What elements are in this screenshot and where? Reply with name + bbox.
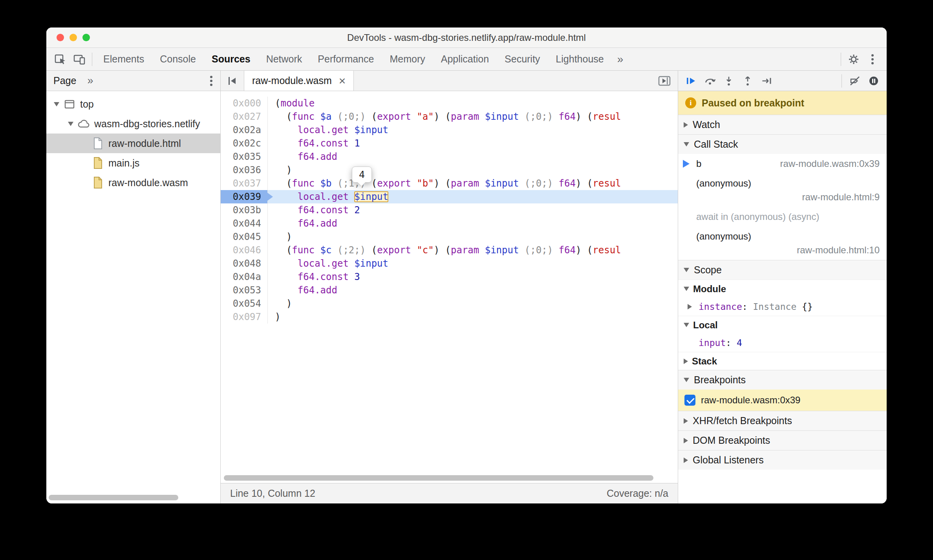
breakpoint-entry[interactable]: raw-module.wasm:0x39 xyxy=(678,390,887,411)
toolbar-tab-performance[interactable]: Performance xyxy=(310,48,382,70)
line-address[interactable]: 0x04a xyxy=(221,270,268,284)
line-address[interactable]: 0x053 xyxy=(221,284,268,297)
code-line-text: ) xyxy=(268,163,678,177)
code-editor[interactable]: 0x000(module0x027 (func $a (;0;) (export… xyxy=(221,91,678,483)
line-address[interactable]: 0x02c xyxy=(221,137,268,150)
triangle-right-icon xyxy=(688,304,699,309)
frame-name: (anonymous) xyxy=(696,231,751,242)
toolbar-tab-memory[interactable]: Memory xyxy=(382,48,433,70)
step-icon[interactable] xyxy=(757,72,776,90)
panel-left-collapse-icon[interactable] xyxy=(221,71,244,91)
inspect-cursor-icon[interactable] xyxy=(51,50,70,69)
line-address[interactable]: 0x039 xyxy=(221,190,268,203)
titlebar[interactable]: DevTools - wasm-dbg-stories.netlify.app/… xyxy=(46,27,887,48)
line-address[interactable]: 0x097 xyxy=(221,310,268,324)
section-global-listeners[interactable]: Global Listeners xyxy=(678,450,887,470)
frame-location: raw-module.wasm:0x39 xyxy=(780,158,880,169)
line-address[interactable]: 0x035 xyxy=(221,150,268,163)
navigator-panel: Page » topwasm-dbg-stories.netlifyraw-mo… xyxy=(46,71,221,503)
call-stack-frame[interactable]: braw-module.wasm:0x39 xyxy=(678,154,887,174)
kebab-menu-icon[interactable] xyxy=(863,50,882,69)
tree-item-top[interactable]: top xyxy=(46,94,220,114)
code-line-text: f64.add xyxy=(268,217,678,230)
deactivate-breakpoints-icon[interactable] xyxy=(846,72,864,90)
minimize-window-button[interactable] xyxy=(70,34,77,41)
tree-item-raw-module-wasm[interactable]: raw-module.wasm xyxy=(46,173,220,192)
expander-icon[interactable] xyxy=(51,102,62,106)
editor-tab-label: raw-module.wasm xyxy=(252,75,332,86)
section-title: Breakpoints xyxy=(694,374,746,386)
toolbar-tab-console[interactable]: Console xyxy=(152,48,204,70)
line-address[interactable]: 0x03b xyxy=(221,203,268,217)
toolbar-tab-lighthouse[interactable]: Lighthouse xyxy=(548,48,611,70)
code-line-0x045: 0x045 ) xyxy=(221,230,678,243)
line-address[interactable]: 0x000 xyxy=(221,97,268,110)
device-toolbar-icon[interactable] xyxy=(70,50,89,69)
more-tabs-button[interactable]: » xyxy=(612,53,629,66)
navigator-more-tabs-button[interactable]: » xyxy=(87,75,93,87)
editor-horizontal-scrollbar[interactable] xyxy=(224,475,653,481)
navigator-kebab-menu-icon[interactable] xyxy=(209,74,213,88)
toolbar-tab-application[interactable]: Application xyxy=(433,48,497,70)
line-address[interactable]: 0x027 xyxy=(221,110,268,123)
line-address[interactable]: 0x046 xyxy=(221,243,268,257)
navigator-horizontal-scrollbar[interactable] xyxy=(49,495,178,500)
scope-property-instance[interactable]: instance: Instance {} xyxy=(678,298,887,316)
tree-item-wasm-dbg-stories-netlify[interactable]: wasm-dbg-stories.netlify xyxy=(46,114,220,134)
section-xhr-fetch-breakpoints[interactable]: XHR/fetch Breakpoints xyxy=(678,411,887,430)
close-tab-icon[interactable]: × xyxy=(339,75,346,87)
toolbar-tab-sources[interactable]: Sources xyxy=(204,48,258,70)
call-stack-frame[interactable]: (anonymous)raw-module.html:9 xyxy=(678,174,887,207)
line-address[interactable]: 0x045 xyxy=(221,230,268,243)
settings-gear-icon[interactable] xyxy=(844,50,863,69)
line-address[interactable]: 0x036 xyxy=(221,163,268,177)
tree-item-main-js[interactable]: main.js xyxy=(46,153,220,173)
code-line-0x036: 0x036 ) xyxy=(221,163,678,177)
step-into-icon[interactable] xyxy=(720,72,738,90)
line-address[interactable]: 0x044 xyxy=(221,217,268,230)
close-window-button[interactable] xyxy=(57,34,64,41)
section-breakpoints[interactable]: Breakpoints xyxy=(678,370,887,390)
triangle-right-icon xyxy=(684,122,688,128)
paused-banner: Paused on breakpoint xyxy=(678,91,887,115)
pause-on-exceptions-icon[interactable] xyxy=(865,72,883,90)
toolbar-tab-security[interactable]: Security xyxy=(497,48,548,70)
scope-group-stack[interactable]: Stack xyxy=(678,352,887,370)
expander-icon[interactable] xyxy=(65,122,76,126)
code-line-0x02c: 0x02c f64.const 1 xyxy=(221,137,678,150)
call-stack-frame[interactable]: (anonymous)raw-module.html:10 xyxy=(678,227,887,260)
resume-script-icon[interactable] xyxy=(682,72,700,90)
line-address[interactable]: 0x048 xyxy=(221,257,268,270)
section-title: Scope xyxy=(694,264,722,276)
evaluated-token[interactable]: $input xyxy=(354,191,388,202)
line-address[interactable]: 0x02a xyxy=(221,123,268,137)
file-tree: topwasm-dbg-stories.netlifyraw-module.ht… xyxy=(46,91,220,503)
tab-page[interactable]: Page xyxy=(53,75,76,86)
section-watch[interactable]: Watch xyxy=(678,115,887,134)
script-icon xyxy=(90,156,105,170)
section-dom-breakpoints[interactable]: DOM Breakpoints xyxy=(678,430,887,450)
code-line-text: f64.const 2 xyxy=(268,203,678,217)
tree-item-label: raw-module.html xyxy=(108,138,181,149)
editor-tab-raw-module-wasm[interactable]: raw-module.wasm × xyxy=(244,71,354,91)
code-line-text: local.get $input xyxy=(268,257,678,270)
line-address[interactable]: 0x054 xyxy=(221,297,268,310)
toolbar-separator xyxy=(841,53,841,66)
zoom-window-button[interactable] xyxy=(82,34,90,41)
code-lines: 0x000(module0x027 (func $a (;0;) (export… xyxy=(221,97,678,324)
tree-item-raw-module-html[interactable]: raw-module.html xyxy=(46,134,220,153)
code-line-text: f64.const 3 xyxy=(268,270,678,284)
breakpoint-checkbox[interactable] xyxy=(684,395,695,406)
section-scope[interactable]: Scope xyxy=(678,260,887,280)
property-colon: : xyxy=(726,338,737,348)
toolbar-tab-elements[interactable]: Elements xyxy=(95,48,152,70)
step-out-icon[interactable] xyxy=(739,72,757,90)
toolbar-tab-network[interactable]: Network xyxy=(258,48,310,70)
step-over-icon[interactable] xyxy=(701,72,719,90)
scope-group-module[interactable]: Module xyxy=(678,280,887,298)
line-address[interactable]: 0x037 xyxy=(221,177,268,190)
call-stack-frames: braw-module.wasm:0x39(anonymous)raw-modu… xyxy=(678,154,887,260)
scope-group-local[interactable]: Local xyxy=(678,316,887,334)
panel-open-right-icon[interactable] xyxy=(657,71,678,91)
section-call-stack[interactable]: Call Stack xyxy=(678,134,887,154)
